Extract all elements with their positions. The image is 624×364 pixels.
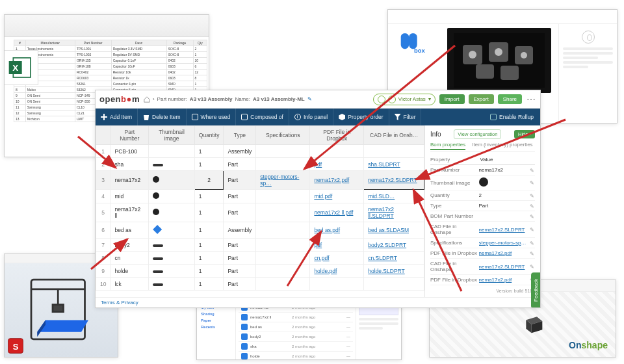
export-button[interactable]: Export <box>469 94 494 104</box>
tab-inventory-properties[interactable]: Item (inventory) properties <box>472 142 532 150</box>
info-property-link[interactable]: nema17x2.pdf <box>479 277 528 283</box>
filter-button[interactable]: Filter <box>389 109 422 125</box>
grid-column-header[interactable] <box>96 126 110 145</box>
tab-bom-properties[interactable]: Bom properties <box>430 142 465 150</box>
grid-link[interactable]: cn.pdf <box>314 255 329 261</box>
box-preview-image <box>447 28 551 93</box>
grid-column-header[interactable]: Type <box>224 126 256 145</box>
grid-link[interactable]: nema17x2.SLDPRT <box>368 177 417 183</box>
dropbox-file-row[interactable]: nema17x2 ll2 months ago— <box>239 312 353 322</box>
grid-column-header[interactable]: PDF File in Dropbox <box>310 126 364 145</box>
edit-icon[interactable] <box>530 251 535 256</box>
grid-link[interactable]: sha.SLDPRT <box>368 161 400 168</box>
thumbnail-icon <box>153 244 163 247</box>
grid-link[interactable]: pdf <box>314 242 322 248</box>
edit-icon[interactable] <box>530 227 535 232</box>
version-label: Version: build 5184 <box>430 286 535 293</box>
info-property-link[interactable]: nema17x2.SLDPRT <box>479 264 528 270</box>
breadcrumb: › Part number: A3 v13 Assembly Name: A3 … <box>144 96 312 103</box>
info-panel-button[interactable]: Info panel <box>289 109 333 125</box>
terms-privacy-link[interactable]: Terms & Privacy <box>101 300 138 306</box>
property-order-button[interactable]: Property order <box>333 109 389 125</box>
info-property-link[interactable]: stepper-motors-specs <box>479 240 528 246</box>
grid-link[interactable]: nema17x2 ll.SLDPRT <box>368 206 394 219</box>
checkbox-icon[interactable] <box>490 114 497 120</box>
grid-row[interactable]: 1PCB-1001Assembly <box>96 145 424 158</box>
enable-rollup-toggle[interactable]: Enable Rollup <box>484 114 540 120</box>
composed-of-button[interactable]: Composed of <box>236 109 289 125</box>
grid-link[interactable]: bed as.pdf <box>314 227 340 233</box>
info-icon[interactable] <box>388 96 396 103</box>
grid-column-header[interactable]: Specifications <box>256 126 310 145</box>
bom-grid[interactable]: Part NumberThumbnail imageQuantityTypeSp… <box>96 125 424 297</box>
info-title: Info <box>430 131 441 138</box>
import-button[interactable]: Import <box>439 94 465 104</box>
grid-column-header[interactable]: CAD File in Onsh… <box>364 126 424 145</box>
edit-icon[interactable] <box>530 264 535 269</box>
grid-row[interactable]: 6bed as1Assemblybed as.pdfbed as.SLDASM <box>96 222 424 239</box>
grid-link[interactable]: bed as.SLDASM <box>368 227 409 233</box>
dropbox-file-row[interactable]: bed as2 months ago— <box>239 322 353 332</box>
grid-row[interactable]: 2sha1Partpdfsha.SLDPRT <box>96 158 424 171</box>
feedback-tab[interactable]: Feedback <box>531 272 541 308</box>
svg-rect-9 <box>500 66 519 80</box>
dropbox-file-row[interactable]: holde2 months ago— <box>239 351 353 360</box>
grid-link[interactable]: nema17x2.pdf <box>314 177 349 183</box>
dropbox-nav-item[interactable]: Recents <box>200 324 233 330</box>
info-property-link[interactable]: nema17x2.SLDPRT <box>479 227 528 233</box>
grid-row[interactable]: 7body21Partpdfbody2.SLDPRT <box>96 239 424 252</box>
info-property-link[interactable]: nema17x2.pdf <box>479 250 528 256</box>
edit-icon[interactable] <box>530 193 535 198</box>
grid-link[interactable]: pdf <box>314 161 322 168</box>
grid-row[interactable]: 9holde1Partholde.pdfholde.SLDPRT <box>96 265 424 278</box>
thumbnail-icon <box>153 225 162 234</box>
box-sidebar <box>558 24 617 123</box>
hide-panel-button[interactable]: Hide › <box>514 130 535 138</box>
grid-link[interactable]: stepper-motors-sp… <box>260 174 299 187</box>
edit-icon[interactable] <box>530 240 535 246</box>
share-button[interactable]: Share <box>498 94 522 104</box>
edit-icon[interactable] <box>530 214 535 219</box>
grid-row[interactable]: 3nema17x22Partstepper-motors-sp…nema17x2… <box>96 171 424 190</box>
info-property-row: PDF File in Dropboxnema17x2.pdf <box>430 275 535 285</box>
grid-link[interactable]: nema17x2 ll.pdf <box>314 209 353 216</box>
grid-link[interactable]: mid.SLD… <box>368 193 395 200</box>
more-icon[interactable]: ⋯ <box>526 94 536 105</box>
svg-point-11 <box>495 48 502 56</box>
delete-item-button[interactable]: Delete Item <box>138 109 186 125</box>
grid-link[interactable]: mid.pdf <box>314 193 332 200</box>
thumbnail-icon <box>153 257 163 260</box>
thumbnail-icon <box>153 176 159 183</box>
dropbox-nav-item[interactable]: Sharing <box>200 311 233 317</box>
edit-icon[interactable]: ✎ <box>307 96 312 102</box>
add-item-button[interactable]: Add Item <box>96 109 138 125</box>
edit-icon[interactable] <box>530 180 535 185</box>
box-titlebar <box>388 10 617 24</box>
dropbox-file-row[interactable]: body22 months ago— <box>239 332 353 341</box>
excel-ribbon <box>5 15 209 37</box>
where-used-button[interactable]: Where used <box>187 109 237 125</box>
onshape-logo: Onshape <box>569 340 608 350</box>
grid-row[interactable]: 8cn1Partcn.pdfcn.SLDPRT <box>96 252 424 265</box>
grid-column-header[interactable]: Part Number <box>110 126 149 145</box>
user-pill[interactable]: Victor Astas ▾ <box>373 94 436 105</box>
thumbnail-icon <box>153 164 163 166</box>
dropbox-file-row[interactable]: sha2 months ago— <box>239 341 353 351</box>
home-icon[interactable] <box>144 96 150 103</box>
grid-column-header[interactable]: Quantity <box>194 126 224 145</box>
edit-icon[interactable] <box>530 203 535 209</box>
grid-column-header[interactable]: Thumbnail image <box>149 126 195 145</box>
grid-row[interactable]: 10lck1Part <box>96 278 424 291</box>
grid-link[interactable]: body2.SLDPRT <box>368 242 406 248</box>
help-icon[interactable] <box>378 96 385 103</box>
view-configuration-button[interactable]: View configuration <box>454 129 501 139</box>
edit-icon[interactable] <box>530 168 535 173</box>
info-property-row: CAD File in Onshapenema17x2.SLDPRT <box>430 222 535 238</box>
grid-row[interactable]: 4mid1Partmid.pdfmid.SLD… <box>96 190 424 203</box>
grid-link[interactable]: holde.SLDPRT <box>368 268 405 274</box>
dropbox-nav-item[interactable]: Paper <box>200 317 233 324</box>
grid-link[interactable]: cn.SLDPRT <box>368 255 397 261</box>
excel-icon: X <box>4 50 38 85</box>
grid-row[interactable]: 5nema17x2 ll1Partnema17x2 ll.pdfnema17x2… <box>96 203 424 222</box>
grid-link[interactable]: holde.pdf <box>314 268 337 274</box>
